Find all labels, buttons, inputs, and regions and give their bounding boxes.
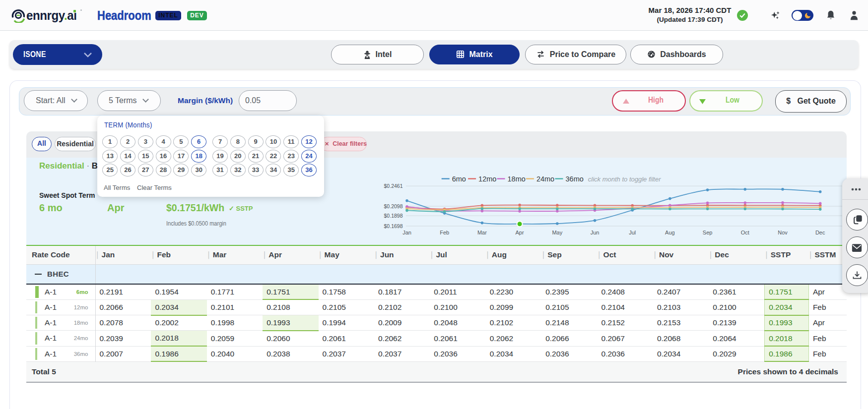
svg-text:$0.1698: $0.1698 xyxy=(384,223,403,229)
svg-text:click month to toggle filter: click month to toggle filter xyxy=(588,175,661,183)
svg-text:Dec: Dec xyxy=(815,230,825,235)
svg-text:6mo: 6mo xyxy=(452,175,466,183)
svg-text:$0.1898: $0.1898 xyxy=(384,213,403,219)
svg-text:Jul: Jul xyxy=(629,230,636,235)
svg-text:36mo: 36mo xyxy=(566,175,584,183)
svg-text:$0.2098: $0.2098 xyxy=(384,203,403,209)
svg-text:Aug: Aug xyxy=(665,230,675,235)
svg-text:Jun: Jun xyxy=(591,230,600,235)
svg-text:24mo: 24mo xyxy=(536,175,554,183)
svg-text:Feb: Feb xyxy=(440,230,449,235)
svg-text:18mo: 18mo xyxy=(508,175,526,183)
svg-text:Nov: Nov xyxy=(778,230,788,235)
svg-text:Apr: Apr xyxy=(516,230,524,235)
svg-text:$0.2461: $0.2461 xyxy=(384,183,403,189)
svg-text:Oct: Oct xyxy=(741,230,749,235)
svg-text:Mar: Mar xyxy=(477,230,487,235)
svg-text:12mo: 12mo xyxy=(478,175,496,183)
svg-text:Jan: Jan xyxy=(402,230,411,235)
svg-text:Sep: Sep xyxy=(703,230,713,235)
svg-text:May: May xyxy=(552,230,562,235)
